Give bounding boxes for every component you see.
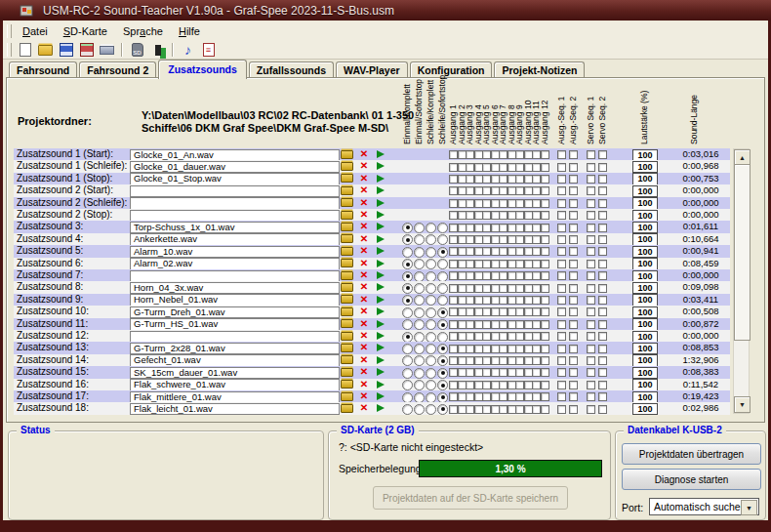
mode-radio-3[interactable] [426, 344, 436, 354]
output-seq-checkbox-2[interactable] [569, 392, 578, 401]
mode-radio-2[interactable] [414, 271, 425, 282]
output-seq-checkbox-1[interactable] [557, 332, 566, 341]
mode-radio-3[interactable] [426, 368, 436, 379]
servo-seq-checkbox-2[interactable] [598, 356, 607, 365]
servo-seq-checkbox-1[interactable] [587, 211, 595, 220]
clear-file-button[interactable]: ✕ [357, 270, 371, 281]
volume-field[interactable]: 100 [632, 149, 658, 162]
output-seq-checkbox-2[interactable] [569, 260, 578, 268]
mode-radio-1[interactable] [402, 283, 413, 294]
mode-radio-4[interactable] [437, 344, 448, 354]
mode-radio-1[interactable] [402, 319, 413, 330]
mode-radio-4[interactable] [437, 332, 448, 343]
servo-seq-checkbox-1[interactable] [587, 381, 595, 389]
open-file-button[interactable] [340, 331, 353, 342]
mode-radio-4[interactable] [437, 271, 448, 282]
open-file-button[interactable] [340, 354, 353, 365]
mode-radio-2[interactable] [414, 307, 425, 318]
output-checkbox-12[interactable] [541, 368, 549, 377]
volume-field[interactable]: 100 [632, 379, 658, 391]
filename-field[interactable] [130, 197, 340, 210]
filename-field[interactable]: Glocke_01_An.wav [130, 149, 340, 162]
servo-seq-checkbox-1[interactable] [587, 271, 595, 280]
servo-seq-checkbox-2[interactable] [598, 405, 607, 414]
output-seq-checkbox-2[interactable] [569, 405, 578, 414]
filename-field[interactable]: Torp-Schuss_1x_01.wav [130, 222, 340, 234]
open-file-button[interactable] [340, 210, 353, 221]
output-checkbox-12[interactable] [541, 320, 549, 329]
mode-radio-3[interactable] [426, 355, 436, 366]
servo-seq-checkbox-1[interactable] [587, 284, 595, 293]
open-file-button[interactable] [340, 307, 353, 317]
save-blue-icon[interactable] [58, 43, 74, 58]
output-seq-checkbox-2[interactable] [569, 345, 578, 353]
combobox-dropdown-icon[interactable]: ▼ [741, 500, 757, 515]
music-note-icon[interactable]: ♪ [180, 43, 196, 58]
servo-seq-checkbox-2[interactable] [598, 163, 607, 172]
clear-file-button[interactable]: ✕ [357, 149, 371, 160]
output-checkbox-12[interactable] [541, 211, 549, 220]
output-seq-checkbox-1[interactable] [557, 296, 566, 305]
open-file-button[interactable] [340, 391, 353, 402]
mode-radio-4[interactable] [437, 247, 448, 258]
mode-radio-4[interactable] [437, 380, 448, 390]
mode-radio-1[interactable] [402, 344, 413, 354]
play-sound-button[interactable] [374, 318, 387, 329]
output-checkbox-12[interactable] [541, 199, 549, 208]
servo-seq-checkbox-1[interactable] [587, 405, 595, 414]
mode-radio-3[interactable] [426, 259, 436, 269]
output-checkbox-12[interactable] [541, 381, 549, 389]
clear-file-button[interactable]: ✕ [357, 173, 371, 184]
output-seq-checkbox-2[interactable] [569, 235, 578, 244]
clear-file-button[interactable]: ✕ [357, 246, 371, 257]
play-sound-button[interactable] [374, 233, 387, 244]
output-seq-checkbox-2[interactable] [569, 307, 578, 316]
output-seq-checkbox-2[interactable] [569, 186, 578, 195]
open-file-button[interactable] [340, 258, 353, 268]
mode-radio-4[interactable] [437, 319, 448, 330]
servo-seq-checkbox-2[interactable] [598, 235, 607, 244]
volume-field[interactable]: 100 [632, 246, 658, 259]
output-checkbox-12[interactable] [541, 260, 549, 268]
open-file-button[interactable] [340, 403, 353, 414]
output-seq-checkbox-1[interactable] [557, 186, 566, 195]
tab-projekt-notizen[interactable]: Projekt-Notizen [494, 61, 585, 78]
tab-zufallssounds[interactable]: Zufallssounds [249, 61, 334, 78]
volume-field[interactable]: 100 [632, 331, 658, 344]
mode-radio-2[interactable] [414, 404, 425, 415]
menu-sd-karte[interactable]: SD-Karte [56, 23, 115, 39]
output-seq-checkbox-2[interactable] [569, 247, 578, 256]
mode-radio-2[interactable] [414, 392, 425, 403]
volume-field[interactable]: 100 [632, 222, 658, 234]
output-checkbox-12[interactable] [541, 186, 549, 195]
mode-radio-4[interactable] [437, 259, 448, 269]
servo-seq-checkbox-2[interactable] [598, 381, 607, 389]
servo-seq-checkbox-2[interactable] [598, 199, 607, 208]
output-checkbox-12[interactable] [541, 247, 549, 256]
mode-radio-1[interactable] [402, 307, 413, 318]
mode-radio-1[interactable] [402, 392, 413, 403]
tab-fahrsound-2[interactable]: Fahrsound 2 [79, 61, 156, 78]
filename-field[interactable]: Horn_04_3x.wav [130, 282, 340, 295]
clear-file-button[interactable]: ✕ [357, 354, 371, 365]
output-seq-checkbox-1[interactable] [557, 381, 566, 389]
volume-field[interactable]: 100 [632, 233, 658, 246]
mode-radio-2[interactable] [414, 247, 425, 258]
output-checkbox-12[interactable] [541, 307, 549, 316]
servo-seq-checkbox-2[interactable] [598, 320, 607, 329]
open-file-button[interactable] [340, 161, 353, 172]
servo-seq-checkbox-1[interactable] [587, 332, 595, 341]
mode-radio-3[interactable] [426, 380, 436, 390]
filename-field[interactable] [130, 210, 340, 223]
mode-radio-4[interactable] [437, 223, 448, 233]
servo-seq-checkbox-1[interactable] [587, 199, 595, 208]
servo-seq-checkbox-2[interactable] [598, 307, 607, 316]
mode-radio-3[interactable] [426, 295, 436, 306]
output-seq-checkbox-2[interactable] [569, 150, 578, 159]
output-seq-checkbox-1[interactable] [557, 368, 566, 377]
clear-file-button[interactable]: ✕ [357, 210, 371, 221]
servo-seq-checkbox-2[interactable] [598, 150, 607, 159]
servo-seq-checkbox-1[interactable] [587, 247, 595, 256]
filename-field[interactable]: Glocke_01_Stop.wav [130, 173, 340, 185]
filename-field[interactable]: Flak_leicht_01.wav [130, 403, 340, 416]
